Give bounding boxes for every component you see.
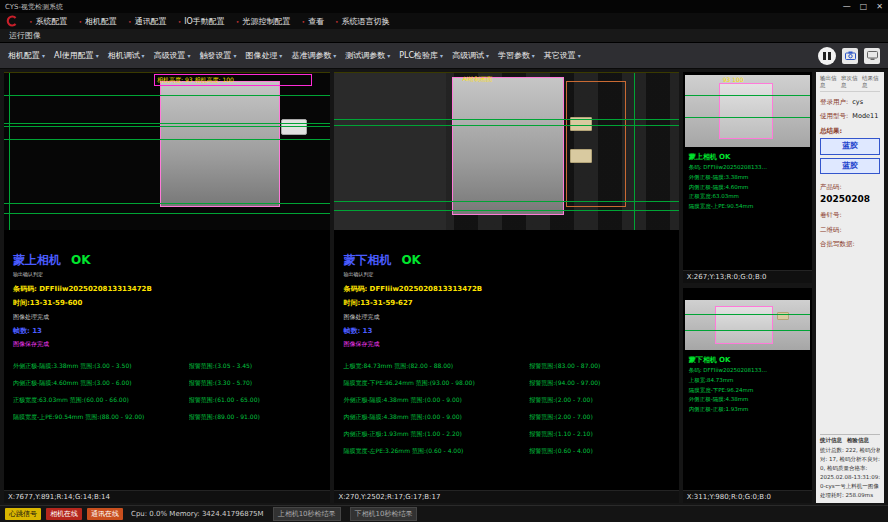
measurement-row: 隔膜宽度-上PE:90.54mm 范围:(88.00 - 92.00) 报警范围… bbox=[13, 413, 321, 422]
pixel-coords-readout: X:7677,Y:891;R:14;G:14;B:14 bbox=[4, 490, 330, 503]
lower-camera-image[interactable]: AI绘制画面 bbox=[334, 72, 678, 230]
statistics-tabs: 统计信息 检验信息 bbox=[820, 437, 880, 444]
tb-ai-config[interactable]: AI使用配置 bbox=[50, 47, 103, 64]
measurement-row: 外侧正极-隔膜:3.38mm 范围:(3.00 - 3.50) 报警范围:(3.… bbox=[13, 362, 321, 371]
overlay-hline bbox=[685, 95, 810, 96]
measurement-row: 正极宽度:63.03mm 范围:(60.00 - 66.00) 报警范围:(61… bbox=[13, 396, 321, 405]
preview-result: 蒙上相机 OK bbox=[689, 151, 806, 163]
measurement-row: 内侧正极-隔膜:4.60mm 范围:(3.00 - 6.00) 报警范围:(3.… bbox=[13, 379, 321, 388]
preview-image[interactable]: 93 100 bbox=[685, 75, 810, 147]
alarm-range: 报警范围:(83.00 - 87.00) bbox=[529, 362, 669, 371]
tb-plc-library[interactable]: PLC检验库 bbox=[395, 47, 447, 64]
menu-language-switch[interactable]: 系统语言切换 bbox=[335, 16, 390, 27]
product-code-label: 产品码: bbox=[820, 183, 842, 191]
stats-line: 对: 17, 检码分析不良对:0, bbox=[820, 455, 880, 464]
barcode-text: 条码码: DFFIiiw2025020813313472B bbox=[13, 284, 321, 294]
menu-light-control[interactable]: 光源控制配置 bbox=[236, 16, 291, 27]
overlay-hline bbox=[4, 203, 330, 204]
overlay-hline bbox=[334, 210, 678, 211]
tb-camera-debug[interactable]: 相机调试 bbox=[104, 47, 149, 64]
product-code-field: 产品码: 20250208 bbox=[820, 183, 880, 205]
measurement-row: 外侧正极-隔膜:4.38mm 范围:(0.00 - 9.00) 报警范围:(2.… bbox=[343, 396, 669, 405]
tb-trigger-settings[interactable]: 触發设置 bbox=[196, 47, 241, 64]
upper-camera-info: 蒙上相机 OK 输出确认判定 条码码: DFFIiiw2025020813313… bbox=[4, 230, 330, 490]
overlay-hline bbox=[4, 95, 330, 96]
stats-line: 0-cys一号上料机一图像 bbox=[820, 482, 880, 491]
process-status-text: 图像处理完成 bbox=[13, 313, 321, 322]
stats-line: 统计总数: 222, 检码分析好 bbox=[820, 446, 880, 455]
snapshot-button[interactable] bbox=[842, 48, 858, 64]
winding-needle-field: 卷针号: bbox=[820, 211, 880, 219]
tb-other-settings[interactable]: 其它设置 bbox=[540, 47, 585, 64]
result-subtext: 输出确认判定 bbox=[343, 271, 669, 277]
tb-test-params[interactable]: 测试调参数 bbox=[341, 47, 394, 64]
tb-image-processing[interactable]: 图像处理 bbox=[241, 47, 286, 64]
preview-line: 上极宽:84.73mm bbox=[689, 376, 806, 386]
upper-camera-image[interactable]: 相机高度: 93 相机高度: 100 bbox=[4, 72, 330, 230]
preview-line: 条码: DFFIiiw20250208133… bbox=[689, 163, 806, 173]
tb-advanced-settings[interactable]: 高级设置 bbox=[150, 47, 195, 64]
tab-shift-info[interactable]: 班次信息 bbox=[841, 75, 859, 89]
upper-camera-10s-result-button[interactable]: 上相机10秒检结果 bbox=[273, 507, 341, 521]
save-status-text: 图像保存完成 bbox=[13, 340, 321, 349]
preview-result-lines: 蒙上相机 OK 条码: DFFIiiw20250208133… 外侧正极-隔膜:… bbox=[683, 149, 812, 213]
detected-part-region bbox=[160, 81, 280, 207]
tb-camera-config[interactable]: 相机配置 bbox=[4, 47, 49, 64]
detected-part-region bbox=[715, 306, 773, 344]
window-controls: — □ ✕ bbox=[843, 2, 883, 11]
menu-comm-config[interactable]: 通讯配置 bbox=[128, 16, 167, 27]
qr-code-label: 二维码: bbox=[820, 226, 842, 234]
overlay-vline bbox=[634, 73, 635, 230]
app-window: CYS-视觉检测系统 — □ ✕ 系统配置 相机配置 通讯配置 IO手動配置 光… bbox=[0, 0, 888, 522]
barcode-text: 条码码: DFFIiiw2025020813313472B bbox=[343, 284, 669, 294]
measurement-value: 内侧正极-正极:1.93mm 范围:(1.00 - 2.20) bbox=[343, 430, 529, 439]
measurement-value: 内侧正极-隔膜:4.38mm 范围:(0.00 - 9.00) bbox=[343, 413, 529, 422]
tb-learn-params[interactable]: 学習参数 bbox=[494, 47, 539, 64]
frame-count-text: 帧数: 13 bbox=[343, 326, 669, 336]
measure-label-box: 相机高度: 93 相机高度: 100 bbox=[154, 74, 312, 86]
lower-camera-view: AI绘制画面 蒙下相机 OK 输出确认判定 条码码: DFFIiiw202502… bbox=[334, 72, 678, 503]
alarm-range: 报警范围:(2.00 - 7.00) bbox=[529, 413, 669, 422]
maximize-button[interactable]: □ bbox=[860, 2, 868, 11]
tb-baseline-params[interactable]: 基准调参数 bbox=[287, 47, 340, 64]
tab-result-info[interactable]: 结果信息 bbox=[862, 75, 880, 89]
login-user-label: 登录用户: bbox=[820, 98, 848, 106]
overlay-hline bbox=[334, 125, 678, 126]
detected-part-region bbox=[452, 77, 564, 215]
measurement-value: 隔膜宽度-左PE:3.26mm 范围:(0.60 - 4.00) bbox=[343, 447, 529, 456]
close-button[interactable]: ✕ bbox=[876, 2, 883, 11]
menu-view[interactable]: 查看 bbox=[301, 16, 324, 27]
preview-line: 条码: DFFIiiw20250208133… bbox=[689, 366, 806, 376]
login-user-field: 登录用户: cys bbox=[820, 98, 880, 106]
menu-io-manual[interactable]: IO手動配置 bbox=[178, 16, 225, 27]
result-subtext: 输出确认判定 bbox=[13, 271, 321, 277]
minimize-button[interactable]: — bbox=[843, 2, 851, 11]
tab-output-info[interactable]: 输出信息 bbox=[820, 75, 838, 89]
total-result-field: 总结果: 蓝胶 蓝胶 bbox=[820, 127, 880, 177]
preview-result-lines: 蒙下相机 OK 条码: DFFIiiw20250208133… 上极宽:84.7… bbox=[683, 352, 812, 416]
preview-image[interactable] bbox=[685, 300, 810, 350]
lower-camera-10s-result-button[interactable]: 下相机10秒检结果 bbox=[350, 507, 418, 521]
preview-line: 外侧正极-隔膜:3.38mm bbox=[689, 173, 806, 183]
camera-height-label: 相机高度: 93 相机高度: 100 bbox=[157, 76, 234, 85]
menu-system-config[interactable]: 系统配置 bbox=[29, 16, 68, 27]
tab-statistics[interactable]: 统计信息 bbox=[820, 437, 842, 444]
detected-part-region bbox=[719, 83, 773, 139]
tb-advanced-debug[interactable]: 高级调试 bbox=[448, 47, 493, 64]
title-bar: CYS-视觉检测系统 — □ ✕ bbox=[0, 0, 888, 13]
monitor-button[interactable] bbox=[864, 48, 880, 64]
menu-camera-config[interactable]: 相机配置 bbox=[79, 16, 118, 27]
tab-inspection[interactable]: 检验信息 bbox=[847, 437, 869, 444]
lower-camera-preview: 蒙下相机 OK 条码: DFFIiiw20250208133… 上极宽:84.7… bbox=[683, 288, 812, 503]
main-area: 相机高度: 93 相机高度: 100 蒙上相机 OK 输出确认判定 条码码: D… bbox=[0, 69, 888, 505]
status-bar: 心跳信号 相机在线 通讯在线 Cpu: 0.0% Memory: 3424.41… bbox=[0, 505, 888, 522]
toolbar: 相机配置 AI使用配置 相机调试 高级设置 触發设置 图像处理 基准调参数 测试… bbox=[0, 43, 888, 69]
view-tab-bar: 运行图像 bbox=[0, 29, 888, 43]
ai-view-label: AI绘制画面 bbox=[462, 75, 492, 84]
overlay-hline bbox=[4, 213, 330, 214]
pause-button[interactable] bbox=[818, 47, 836, 65]
tab-running-image[interactable]: 运行图像 bbox=[9, 30, 41, 41]
info-panel-tabs: 输出信息 班次信息 结果信息 bbox=[820, 75, 880, 92]
winding-needle-label: 卷针号: bbox=[820, 211, 842, 219]
batch-write-label: 合批写数据: bbox=[820, 240, 855, 248]
